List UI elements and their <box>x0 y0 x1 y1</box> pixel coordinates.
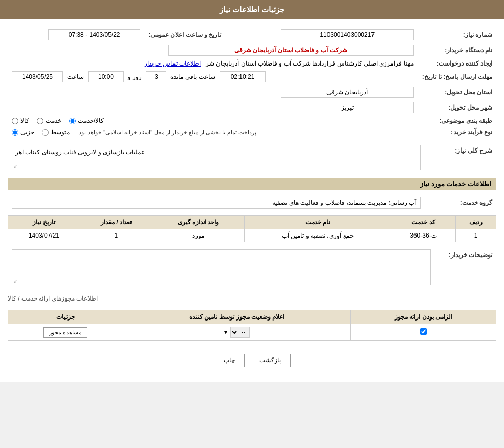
deadline-date-field: 1403/05/25 <box>12 71 63 82</box>
deadline-remaining-label: ساعت باقی مانده <box>170 73 215 80</box>
tender-number-value: 1103001403000217 <box>226 27 418 42</box>
permits-table-header: الزامی بودن ارائه مجوز اعلام وضعیت مجوز … <box>8 310 496 324</box>
deadline-row: مهلت ارسال پاسخ: تا تاریخ: 02:10:21 ساعت… <box>8 69 496 84</box>
purchase-jozvi-label: جزیی <box>20 129 34 136</box>
main-info-table: شماره نیاز: 1103001403000217 تاریخ و ساع… <box>8 27 496 138</box>
notes-box: ↙ <box>12 249 431 285</box>
col-permit-status: اعلام وضعیت مجوز توسط نامین کننده <box>123 310 351 324</box>
service-group-box: آب رسانی؛ مدیریت پسماند، فاضلاب و فعالیت… <box>12 197 421 209</box>
buyer-org-row: نام دستگاه خریدار: شرکت آب و فاضلاب استا… <box>8 42 496 58</box>
services-table-header: ردیف کد خدمت نام خدمت واحد اندازه گیری ت… <box>8 216 496 229</box>
footer-buttons: بازگشت چاپ <box>8 346 496 375</box>
col-permit-required: الزامی بودن ارائه مجوز <box>351 310 496 324</box>
tender-number-row: شماره نیاز: 1103001403000217 تاریخ و ساع… <box>8 27 496 42</box>
resize-handle-desc: ↙ <box>13 163 17 169</box>
category-label: طبقه بندی موضوعی: <box>418 115 496 126</box>
notes-table: توضیحات خریدار: ↙ <box>8 247 496 287</box>
requester-value: مهنا فرامرزی اصلی کارشناس قراردادها شرکت… <box>8 58 418 69</box>
description-value: عملیات بازسازی و لایروبی فنات روستای کین… <box>8 143 425 173</box>
service-name: جمع آوری، تصفیه و تامین آب <box>245 229 391 242</box>
category-kala-label: کالا <box>20 117 29 124</box>
category-khadamat: خدمت <box>37 117 61 124</box>
category-row: طبقه بندی موضوعی: کالا/خدمت خدمت کالا <box>8 115 496 126</box>
requester-text: مهنا فرامرزی اصلی کارشناس قراردادها شرکت… <box>206 60 414 67</box>
category-kala: کالا <box>12 117 29 124</box>
col-unit: واحد اندازه گیری <box>152 216 244 229</box>
notes-row: توضیحات خریدار: ↙ <box>8 247 496 287</box>
purchase-type-row: نوع فرآیند خرید : پرداخت تمام یا بخشی از… <box>8 126 496 138</box>
requester-label: ایجاد کننده درخواست: <box>418 58 496 69</box>
category-kala-radio[interactable] <box>12 118 18 124</box>
tender-number-label: شماره نیاز: <box>418 27 496 42</box>
purchase-jozvi: جزیی <box>12 129 34 136</box>
deadline-time-label: ساعت <box>67 73 84 80</box>
service-group-table: گروه خدمت: آب رسانی؛ مدیریت پسماند، فاضل… <box>8 195 496 211</box>
purchase-type-label: نوع فرآیند خرید : <box>418 126 496 138</box>
deadline-time-field: 10:00 <box>88 71 124 82</box>
permit-status-select[interactable]: -- <box>230 327 250 338</box>
deadline-remaining-field: 02:10:21 <box>220 71 266 82</box>
category-khadamat-radio[interactable] <box>37 118 43 124</box>
city-field: تبریز <box>281 102 414 113</box>
province-value: آذربایجان شرقی <box>8 84 418 100</box>
buyer-org-label: نام دستگاه خریدار: <box>418 42 496 58</box>
requester-row: ایجاد کننده درخواست: مهنا فرامرزی اصلی ک… <box>8 58 496 69</box>
purchase-jozvi-radio[interactable] <box>12 129 18 136</box>
services-header: اطلاعات خدمات مورد نیاز <box>8 178 496 190</box>
province-row: استان محل تحویل: آذربایجان شرقی <box>8 84 496 100</box>
permit-details-cell: مشاهده مجوز <box>8 324 123 341</box>
col-quantity: تعداد / مقدار <box>80 216 152 229</box>
announce-date-field: 1403/05/22 - 07:38 <box>48 29 140 40</box>
category-khadamat-label: خدمت <box>46 117 61 124</box>
city-row: شهر محل تحویل: تبریز <box>8 100 496 115</box>
city-label: شهر محل تحویل: <box>418 100 496 115</box>
announce-date-label: تاریخ و ساعت اعلان عمومی: <box>144 27 225 42</box>
service-date: 1403/07/21 <box>8 229 80 242</box>
category-kala-khadamat-label: کالا/خدمت <box>78 117 104 124</box>
page-header: جزئیات اطلاعات نیاز <box>0 0 504 19</box>
permit-required-cell <box>351 324 496 341</box>
province-field: آذربایجان شرقی <box>281 87 414 98</box>
col-service-name: نام خدمت <box>245 216 391 229</box>
col-date: تاریخ نیاز <box>8 216 80 229</box>
purchase-type-value: پرداخت تمام یا بخشی از مبلغ خریدار از مح… <box>8 126 418 138</box>
category-kala-khadamat: کالا/خدمت <box>69 117 104 124</box>
service-group-value: آب رسانی؛ مدیریت پسماند، فاضلاب و فعالیت… <box>8 195 425 211</box>
services-table: ردیف کد خدمت نام خدمت واحد اندازه گیری ت… <box>8 215 496 242</box>
permits-table: الزامی بودن ارائه مجوز اعلام وضعیت مجوز … <box>8 310 496 341</box>
description-table: شرح کلی نیاز: عملیات بازسازی و لایروبی ف… <box>8 143 496 173</box>
purchase-motavasset: متوسط <box>42 129 70 136</box>
category-kala-khadamat-radio[interactable] <box>69 118 76 124</box>
buyer-org-value: شرکت آب و فاضلاب استان آذربایجان شرقی <box>8 42 418 58</box>
permit-required-checkbox[interactable] <box>420 328 427 335</box>
notes-value: ↙ <box>8 247 435 287</box>
province-label: استان محل تحویل: <box>418 84 496 100</box>
deadline-value: 02:10:21 ساعت باقی مانده 3 روز و 10:00 س… <box>8 69 418 84</box>
purchase-motavasset-label: متوسط <box>51 129 70 136</box>
resize-handle-notes: ↙ <box>13 278 17 284</box>
permit-view-button[interactable]: مشاهده مجوز <box>43 327 87 338</box>
purchase-motavasset-radio[interactable] <box>42 129 49 136</box>
col-permit-details: جزئیات <box>8 310 123 324</box>
service-group-row: گروه خدمت: آب رسانی؛ مدیریت پسماند، فاضل… <box>8 195 496 211</box>
col-row-num: ردیف <box>456 216 496 229</box>
tender-number-field: 1103001403000217 <box>281 29 414 40</box>
description-text: عملیات بازسازی و لایروبی فنات روستای کین… <box>15 148 145 156</box>
header-title: جزئیات اطلاعات نیاز <box>220 5 284 14</box>
requester-link[interactable]: اطلاعات تماس خریدار <box>144 60 201 67</box>
announce-date-value: 1403/05/22 - 07:38 <box>8 27 144 42</box>
service-code: ت-36-360 <box>391 229 456 242</box>
col-service-code: کد خدمت <box>391 216 456 229</box>
service-group-label: گروه خدمت: <box>425 195 496 211</box>
print-button[interactable]: چاپ <box>214 354 245 367</box>
back-button[interactable]: بازگشت <box>250 354 291 367</box>
purchase-type-note: پرداخت تمام یا بخشی از مبلغ خریدار از مح… <box>77 129 256 136</box>
notes-label: توضیحات خریدار: <box>435 247 496 287</box>
permits-info-header: اطلاعات مجوزهای ارائه خدمت / کالا <box>8 292 496 305</box>
permit-row: -- ▾ مشاهده مجوز <box>8 324 496 341</box>
service-row: 1 ت-36-360 جمع آوری، تصفیه و تامین آب مو… <box>8 229 496 242</box>
deadline-label: مهلت ارسال پاسخ: تا تاریخ: <box>418 69 496 84</box>
service-quantity: 1 <box>80 229 152 242</box>
category-options: کالا/خدمت خدمت کالا <box>8 115 418 126</box>
description-row: شرح کلی نیاز: عملیات بازسازی و لایروبی ف… <box>8 143 496 173</box>
